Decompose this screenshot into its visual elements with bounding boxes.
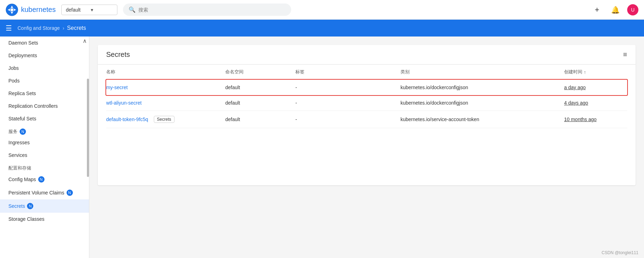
cell-created-1: a day ago xyxy=(564,85,627,90)
add-button[interactable]: + xyxy=(591,4,603,16)
sidebar-label-pvc: Persistent Volume Claims xyxy=(8,190,64,196)
breadcrumb-separator: › xyxy=(63,25,64,31)
notifications-button[interactable]: 🔔 xyxy=(609,4,622,16)
cell-type-1: kubernetes.io/dockerconfigjson xyxy=(400,85,564,90)
secret-badge: Secrets xyxy=(154,116,174,123)
search-bar: 🔍 xyxy=(123,4,291,16)
config-maps-badge: N xyxy=(38,176,44,183)
pvc-badge: N xyxy=(67,190,73,196)
cell-namespace-2: default xyxy=(225,100,295,106)
col-header-name: 名称 xyxy=(106,69,225,75)
secret-link-default-token[interactable]: default-token-9fc5q xyxy=(106,117,148,122)
sidebar-label-daemon-sets: Daemon Sets xyxy=(8,40,38,46)
namespace-value: default xyxy=(66,7,88,13)
sidebar-label-stateful-sets: Stateful Sets xyxy=(8,116,36,121)
cell-namespace-1: default xyxy=(225,85,295,90)
sidebar-label-jobs: Jobs xyxy=(8,65,19,71)
sidebar-label-replication-controllers: Replication Controllers xyxy=(8,103,58,109)
col-header-namespace: 命名空间 xyxy=(225,69,295,75)
sidebar-item-jobs[interactable]: Jobs xyxy=(0,62,89,74)
content-card: Secrets ≡ 名称 命名空间 标签 类别 创建时间 ↑ xyxy=(98,45,636,185)
app-name: kubernetes xyxy=(21,6,56,14)
sidebar-item-ingresses[interactable]: Ingresses xyxy=(0,136,89,149)
table-header: 名称 命名空间 标签 类别 创建时间 ↑ xyxy=(106,65,627,80)
sidebar-item-replica-sets[interactable]: Replica Sets xyxy=(0,87,89,100)
sidebar-label-services: Services xyxy=(8,152,27,158)
breadcrumb-current: Secrets xyxy=(67,25,86,31)
sidebar-label-storage-classes: Storage Classes xyxy=(8,216,44,222)
filter-icon[interactable]: ≡ xyxy=(623,51,627,59)
sidebar-label-secrets: Secrets xyxy=(8,203,25,209)
col-header-created[interactable]: 创建时间 ↑ xyxy=(564,69,627,75)
breadcrumb-bar: ☰ Config and Storage › Secrets xyxy=(0,20,644,37)
sidebar-item-daemon-sets[interactable]: Daemon Sets xyxy=(0,37,89,49)
cell-labels-3: - xyxy=(295,117,400,122)
breadcrumb-parent[interactable]: Config and Storage xyxy=(18,25,60,31)
secret-link-my-secret[interactable]: my-secret xyxy=(106,85,128,90)
col-header-type: 类别 xyxy=(400,69,564,75)
sidebar-item-secrets[interactable]: Secrets N xyxy=(0,199,89,213)
col-header-created-label: 创建时间 xyxy=(564,69,582,75)
kubernetes-logo-icon xyxy=(6,4,18,16)
cell-labels-2: - xyxy=(295,100,400,106)
sidebar-section-config-storage: 配置和存储 xyxy=(0,161,89,173)
namespace-selector[interactable]: default ▾ xyxy=(61,5,117,15)
cell-created-3: 10 months ago xyxy=(564,117,627,122)
cell-type-3: kubernetes.io/service-account-token xyxy=(400,117,564,122)
sidebar-item-stateful-sets[interactable]: Stateful Sets xyxy=(0,112,89,125)
sidebar-item-services[interactable]: Services xyxy=(0,149,89,161)
sidebar-item-replication-controllers[interactable]: Replication Controllers xyxy=(0,100,89,112)
sidebar-item-storage-classes[interactable]: Storage Classes xyxy=(0,213,89,225)
sidebar-label-pods: Pods xyxy=(8,78,20,84)
col-header-labels: 标签 xyxy=(295,69,400,75)
chevron-down-icon: ▾ xyxy=(91,7,113,13)
top-nav: kubernetes default ▾ 🔍 + 🔔 U xyxy=(0,0,644,20)
cell-labels-1: - xyxy=(295,85,400,90)
search-input[interactable] xyxy=(138,7,286,13)
sidebar: ∧ Daemon Sets Deployments Jobs Pods Repl… xyxy=(0,37,89,258)
cell-created-2: 4 days ago xyxy=(564,100,627,106)
table-row: my-secret default - kubernetes.io/docker… xyxy=(105,79,628,96)
sidebar-item-pvc[interactable]: Persistent Volume Claims N xyxy=(0,186,89,199)
cell-type-2: kubernetes.io/dockerconfigjson xyxy=(400,100,564,106)
main-content: Secrets ≡ 名称 命名空间 标签 类别 创建时间 ↑ xyxy=(89,37,644,258)
nav-actions: + 🔔 U xyxy=(591,4,638,16)
menu-icon[interactable]: ☰ xyxy=(6,24,12,32)
layout: ∧ Daemon Sets Deployments Jobs Pods Repl… xyxy=(0,37,644,258)
sidebar-section-config-storage-label: 配置和存储 xyxy=(8,165,31,171)
watermark: CSDN @tonglei111 xyxy=(602,250,638,255)
scrollbar-thumb[interactable] xyxy=(87,79,89,177)
content-header: Secrets ≡ xyxy=(98,45,636,65)
table-row: wtl-aliyun-secret default - kubernetes.i… xyxy=(106,95,627,111)
sidebar-label-ingresses: Ingresses xyxy=(8,140,30,145)
table-row: default-token-9fc5q Secrets default - ku… xyxy=(106,111,627,128)
sort-asc-icon: ↑ xyxy=(584,70,586,75)
sidebar-label-replica-sets: Replica Sets xyxy=(8,91,36,96)
page-title: Secrets xyxy=(106,51,130,59)
sidebar-item-deployments[interactable]: Deployments xyxy=(0,49,89,62)
table-container: 名称 命名空间 标签 类别 创建时间 ↑ my-secret default - xyxy=(98,65,636,128)
secret-link-wtl-aliyun[interactable]: wtl-aliyun-secret xyxy=(106,100,142,106)
user-avatar[interactable]: U xyxy=(627,4,638,15)
svg-point-1 xyxy=(11,8,13,11)
cell-namespace-3: default xyxy=(225,117,295,122)
secrets-badge: N xyxy=(27,203,33,209)
services-badge: N xyxy=(20,128,26,135)
search-icon: 🔍 xyxy=(129,6,136,13)
sidebar-item-pods[interactable]: Pods xyxy=(0,74,89,87)
sidebar-label-config-maps: Config Maps xyxy=(8,177,36,182)
sidebar-section-services-label: 服务 xyxy=(8,128,18,135)
sidebar-section-services: 服务 N xyxy=(0,125,89,136)
logo-area[interactable]: kubernetes xyxy=(6,4,56,16)
sidebar-collapse-button[interactable]: ∧ xyxy=(81,37,89,45)
sidebar-label-deployments: Deployments xyxy=(8,53,37,58)
sidebar-item-config-maps[interactable]: Config Maps N xyxy=(0,173,89,186)
